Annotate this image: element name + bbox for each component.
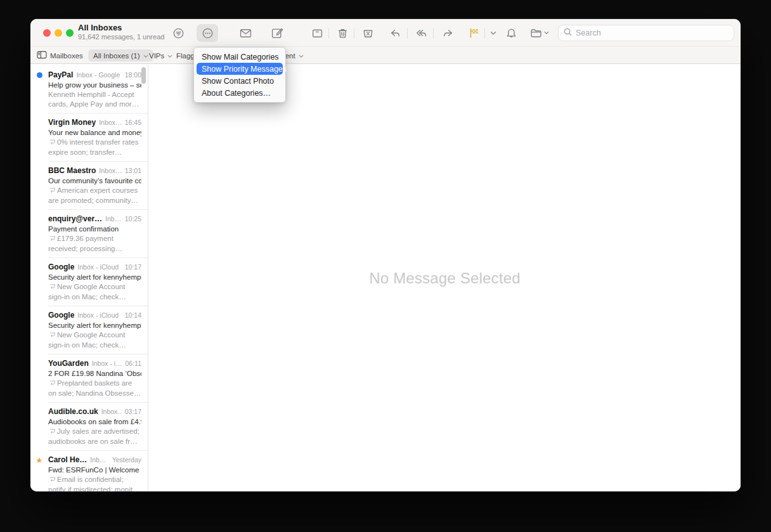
message-mailbox: Inbox… bbox=[99, 119, 122, 126]
search-input[interactable] bbox=[576, 29, 729, 37]
mute-button[interactable] bbox=[500, 24, 522, 42]
close-button[interactable] bbox=[43, 29, 51, 37]
message-mailbox: Inbox… bbox=[99, 167, 121, 174]
list-scrollbar-thumb[interactable] bbox=[141, 67, 146, 84]
message-subject: Fwd: ESRFunCo | Welcome bbox=[48, 466, 141, 474]
row-gutter bbox=[30, 114, 48, 162]
summary-icon bbox=[48, 331, 56, 341]
chevron-down-icon bbox=[299, 52, 304, 60]
envelope-icon bbox=[240, 27, 252, 39]
more-options-button[interactable] bbox=[197, 24, 218, 42]
summary-icon bbox=[48, 235, 56, 244]
message-mailbox: Inbox - iCloud bbox=[77, 311, 121, 319]
message-subject: Security alert for kennyhemph… bbox=[48, 273, 141, 281]
menu-item-show-priority-messages[interactable]: Show Priority Messages bbox=[197, 63, 283, 75]
message-row[interactable]: GoogleInbox - iCloud10:14 Security alert… bbox=[30, 306, 148, 354]
chevron-down-icon bbox=[490, 31, 496, 36]
message-subject: Your new balance and money… bbox=[48, 129, 141, 136]
search-field[interactable] bbox=[558, 25, 734, 41]
chevron-down-icon bbox=[167, 52, 172, 60]
menu-item-show-contact-photo[interactable]: Show Contact Photo bbox=[197, 75, 283, 87]
filter-icon bbox=[172, 27, 185, 39]
message-row[interactable]: ★ Carol He…Inb…Yesterday Fwd: ESRFunCo |… bbox=[30, 451, 148, 491]
window-subtitle: 91,642 messages, 1 unread bbox=[78, 33, 164, 42]
minimize-button[interactable] bbox=[55, 29, 62, 37]
zoom-button[interactable] bbox=[66, 29, 74, 37]
message-time: 18:00 bbox=[125, 71, 141, 79]
compose-button[interactable] bbox=[266, 24, 288, 42]
move-to-folder-button[interactable] bbox=[526, 24, 554, 42]
bell-icon bbox=[505, 27, 517, 39]
mailboxes-label: Mailboxes bbox=[50, 52, 83, 60]
message-mailbox: Inb… bbox=[105, 215, 122, 223]
message-preview: New Google Account sign-in on Mac; check… bbox=[48, 282, 141, 302]
row-gutter bbox=[30, 306, 48, 354]
toolbar-divider bbox=[433, 28, 434, 39]
message-row[interactable]: BBC MaestroInbox…13:01 Our community’s f… bbox=[30, 162, 148, 210]
message-row[interactable]: GoogleInbox - iCloud10:17 Security alert… bbox=[30, 258, 148, 306]
toolbar-divider bbox=[354, 28, 354, 39]
message-mailbox: Inbox - Google bbox=[76, 71, 121, 79]
message-subject: Security alert for kennyhemph… bbox=[48, 321, 141, 329]
message-subject: Payment confirmation bbox=[48, 225, 141, 233]
junk-icon bbox=[362, 27, 374, 39]
forward-button[interactable] bbox=[437, 24, 458, 42]
message-preview: £179.36 payment received; processing und… bbox=[48, 234, 141, 254]
message-row[interactable]: Virgin MoneyInbox…16:45 Your new balance… bbox=[30, 114, 148, 162]
message-time: 10:17 bbox=[125, 263, 141, 271]
row-gutter: ★ bbox=[30, 451, 48, 491]
message-mailbox: Inbox - i… bbox=[92, 360, 122, 367]
message-preview: American expert courses are promoted; co… bbox=[48, 186, 141, 205]
row-gutter bbox=[30, 354, 48, 403]
menu-item-show-mail-categories[interactable]: Show Mail Categories bbox=[197, 51, 283, 63]
message-row[interactable]: YouGardenInbox - i…06:11 2 FOR £19.98 Na… bbox=[30, 354, 148, 403]
summary-icon bbox=[48, 476, 56, 485]
flag-options-button[interactable] bbox=[486, 24, 500, 42]
sidebar-icon bbox=[37, 51, 47, 60]
message-time: 10:25 bbox=[125, 215, 141, 223]
junk-button[interactable] bbox=[357, 24, 379, 42]
flag-button[interactable] bbox=[463, 24, 485, 42]
message-time: 06:11 bbox=[126, 360, 142, 367]
reply-arrow-icon bbox=[389, 27, 401, 39]
message-row[interactable]: enquiry@ver…Inb…10:25 Payment confirmati… bbox=[30, 210, 148, 258]
archive-button[interactable] bbox=[306, 24, 328, 42]
message-time: 10:14 bbox=[125, 311, 141, 319]
message-sender: Google bbox=[48, 311, 74, 320]
filter-button[interactable] bbox=[167, 24, 189, 42]
message-viewer-pane: No Message Selected bbox=[149, 65, 741, 491]
row-gutter bbox=[30, 403, 48, 451]
chevron-down-icon bbox=[544, 31, 549, 35]
message-row[interactable]: Audible.co.ukInbox…03:17 Audiobooks on s… bbox=[30, 403, 148, 451]
archive-icon bbox=[311, 27, 323, 39]
message-sender: Carol He… bbox=[48, 455, 87, 464]
menu-item-about-categories[interactable]: About Categories… bbox=[197, 87, 283, 99]
message-list: PayPalInbox - Google18:00 Help grow your… bbox=[30, 65, 148, 491]
row-gutter bbox=[30, 258, 48, 306]
favorite-all-inboxes[interactable]: All Inboxes (1) bbox=[88, 49, 153, 62]
reply-all-button[interactable] bbox=[410, 24, 432, 42]
flag-icon bbox=[469, 27, 480, 39]
mail-window: All Inboxes 91,642 messages, 1 unread bbox=[30, 19, 741, 491]
favorite-vips[interactable]: VIPs bbox=[149, 49, 172, 62]
check-mail-button[interactable] bbox=[235, 24, 256, 42]
message-sender: YouGarden bbox=[48, 359, 89, 368]
message-subject: Our community’s favourite co… bbox=[48, 177, 141, 185]
delete-button[interactable] bbox=[332, 24, 353, 42]
message-preview: Kenneth Hemphill - Accept cards, Apple P… bbox=[48, 90, 141, 109]
message-subject: Help grow your business – sel… bbox=[48, 81, 141, 89]
forward-arrow-icon bbox=[442, 27, 454, 39]
message-row[interactable]: PayPalInbox - Google18:00 Help grow your… bbox=[30, 66, 148, 114]
summary-icon bbox=[48, 283, 56, 292]
mailboxes-toggle[interactable]: Mailboxes bbox=[37, 49, 83, 62]
trash-icon bbox=[337, 27, 349, 39]
folder-icon bbox=[530, 27, 542, 39]
all-inboxes-label: All Inboxes (1) bbox=[93, 52, 140, 60]
message-subject: 2 FOR £19.98 Nandina ‘Obses… bbox=[48, 370, 141, 377]
more-options-menu: Show Mail Categories Show Priority Messa… bbox=[193, 47, 286, 103]
compose-icon bbox=[271, 27, 283, 39]
reply-button[interactable] bbox=[384, 24, 406, 42]
message-sender: PayPal bbox=[48, 70, 73, 79]
title-block: All Inboxes 91,642 messages, 1 unread bbox=[78, 23, 164, 42]
ellipsis-circle-icon bbox=[202, 27, 214, 39]
